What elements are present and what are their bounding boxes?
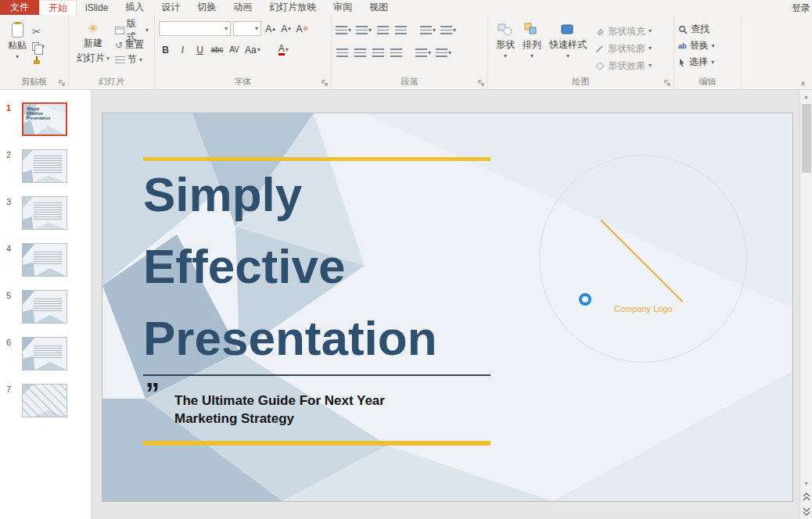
font-color-button[interactable]: A▾ xyxy=(277,42,290,57)
slide-number: 7 xyxy=(0,384,16,394)
change-case-button[interactable]: Aa▾ xyxy=(245,42,260,57)
section-label: 节 xyxy=(128,53,137,66)
font-name-select[interactable]: ▾ xyxy=(159,21,231,36)
scrollbar-track[interactable] xyxy=(800,102,812,477)
tab-slideshow[interactable]: 幻灯片放映 xyxy=(260,0,325,15)
tab-view[interactable]: 视图 xyxy=(361,0,397,15)
cut-button[interactable]: ✂ xyxy=(31,24,46,39)
clipboard-dialog-launcher[interactable] xyxy=(59,80,66,87)
slide-thumbnail-6[interactable] xyxy=(22,337,67,370)
title-line-2: Effective xyxy=(143,231,437,302)
slide-thumbnail-5[interactable] xyxy=(22,290,67,324)
align-center-button[interactable] xyxy=(354,45,367,60)
slide-number: 4 xyxy=(0,243,16,253)
tab-islide[interactable]: iSlide xyxy=(77,0,117,15)
copy-icon xyxy=(32,42,39,51)
text-direction-button[interactable]: ▾ xyxy=(440,23,456,38)
line-spacing-button[interactable]: ▾ xyxy=(420,23,436,38)
shape-outline-button[interactable]: 形状轮廓▾ xyxy=(595,40,652,57)
quick-styles-button[interactable]: 快速样式 ▾ xyxy=(545,21,591,77)
slide-thumbnail-7[interactable] xyxy=(22,384,67,417)
align-right-icon xyxy=(372,48,384,58)
shape-effects-button[interactable]: 形状效果▾ xyxy=(595,57,652,74)
tab-review[interactable]: 审阅 xyxy=(325,0,361,15)
clear-formatting-button[interactable]: A xyxy=(295,21,308,36)
title-line-1: Simply xyxy=(143,159,437,231)
shrink-font-button[interactable]: A▾ xyxy=(279,21,293,36)
decrease-indent-button[interactable] xyxy=(376,23,390,38)
scroll-down-button[interactable]: ▾ xyxy=(800,477,812,489)
select-button[interactable]: 选择▾ xyxy=(678,54,737,70)
increase-indent-icon xyxy=(395,26,407,35)
company-logo-text[interactable]: Company Logo xyxy=(614,304,673,313)
grow-font-button[interactable]: A▴ xyxy=(264,21,277,36)
scroll-up-button[interactable]: ▴ xyxy=(800,90,812,102)
slide-thumbnail-3[interactable] xyxy=(22,196,67,230)
scrollbar-thumb[interactable] xyxy=(802,104,811,173)
character-spacing-button[interactable]: AV xyxy=(228,42,241,57)
shape-fill-button[interactable]: 形状填充▾ xyxy=(595,23,652,40)
numbering-button[interactable]: ▾ xyxy=(356,23,372,38)
align-left-icon xyxy=(336,48,348,58)
find-label: 查找 xyxy=(691,23,710,36)
collapse-ribbon-button[interactable]: ∧ xyxy=(800,79,806,88)
font-size-select[interactable]: ▾ xyxy=(233,21,261,36)
chevron-down-icon: ▾ xyxy=(286,47,289,53)
slide-number: 3 xyxy=(0,196,16,206)
workspace: 1 Simply Effective Presentation 2 3 xyxy=(0,90,812,519)
logo-dot-icon xyxy=(579,293,591,306)
format-painter-button[interactable] xyxy=(31,54,46,69)
next-slide-button[interactable] xyxy=(800,504,812,519)
font-dialog-launcher[interactable] xyxy=(322,80,329,87)
font-color-icon: A xyxy=(278,44,285,55)
slide-thumbnail-4[interactable] xyxy=(22,243,67,277)
paste-label: 粘贴 xyxy=(8,39,27,52)
new-slide-button[interactable]: ✳ 新建 幻灯片▾ xyxy=(73,21,113,77)
chevron-down-icon: ▾ xyxy=(712,43,715,49)
drawing-dialog-launcher[interactable] xyxy=(664,80,671,87)
paragraph-dialog-launcher[interactable] xyxy=(478,80,485,87)
section-button[interactable]: 节▾ xyxy=(113,52,150,67)
replace-button[interactable]: ab 替换▾ xyxy=(678,38,737,54)
layout-button[interactable]: 版式▾ xyxy=(113,23,150,38)
login-button[interactable]: 登录 xyxy=(792,2,810,15)
scissors-icon: ✂ xyxy=(32,27,41,37)
align-left-button[interactable] xyxy=(336,45,349,60)
bullets-button[interactable]: ▾ xyxy=(336,23,351,38)
slide-subtitle[interactable]: The Ultimate Guide For Next Year Marketi… xyxy=(174,392,433,428)
thumbnail-row: 2 xyxy=(0,149,91,196)
replace-icon: ab xyxy=(678,42,687,50)
paste-button[interactable]: 粘贴 ▾ xyxy=(4,21,31,77)
find-button[interactable]: 查找 xyxy=(678,21,737,38)
tab-animations[interactable]: 动画 xyxy=(225,0,260,15)
chevron-down-icon: ▾ xyxy=(649,28,652,34)
tab-insert[interactable]: 插入 xyxy=(117,0,153,15)
increase-indent-button[interactable] xyxy=(394,23,408,38)
group-font: ▾ ▾ A▴ A▾ A B I U abc AV Aa▾ A▾ 字体 xyxy=(155,15,332,89)
strikethrough-button[interactable]: abc xyxy=(210,42,224,57)
reset-button[interactable]: ↺重置 xyxy=(113,38,150,52)
slide-canvas-area[interactable]: Simply Effective Presentation ” The Ulti… xyxy=(92,90,799,519)
slide-thumbnail-2[interactable] xyxy=(22,149,67,183)
columns-button[interactable]: ▾ xyxy=(415,45,431,60)
down-arrow-icon: ▾ xyxy=(288,26,291,32)
new-slide-icon: ✳ xyxy=(88,23,98,35)
align-right-button[interactable] xyxy=(372,45,385,60)
justify-button[interactable] xyxy=(390,45,403,60)
tab-home[interactable]: 开始 xyxy=(39,0,77,15)
arrange-button[interactable]: 排列 ▾ xyxy=(519,21,545,77)
underline-button[interactable]: U xyxy=(193,42,207,57)
slide-thumbnail-1[interactable]: Simply Effective Presentation xyxy=(22,102,67,136)
slide-1-canvas[interactable]: Simply Effective Presentation ” The Ulti… xyxy=(102,113,793,502)
convert-smartart-button[interactable]: ▾ xyxy=(436,45,451,60)
copy-button[interactable]: ▾ xyxy=(31,39,46,54)
chevron-down-icon: ▾ xyxy=(348,27,351,34)
tab-design[interactable]: 设计 xyxy=(153,0,189,15)
bold-button[interactable]: B xyxy=(159,42,172,57)
previous-slide-button[interactable] xyxy=(800,489,812,504)
italic-button[interactable]: I xyxy=(176,42,189,57)
tab-transitions[interactable]: 切换 xyxy=(189,0,225,15)
slide-title[interactable]: Simply Effective Presentation xyxy=(143,159,437,374)
shapes-button[interactable]: 形状 ▾ xyxy=(492,21,519,77)
file-menu-button[interactable]: 文件 xyxy=(0,0,39,15)
